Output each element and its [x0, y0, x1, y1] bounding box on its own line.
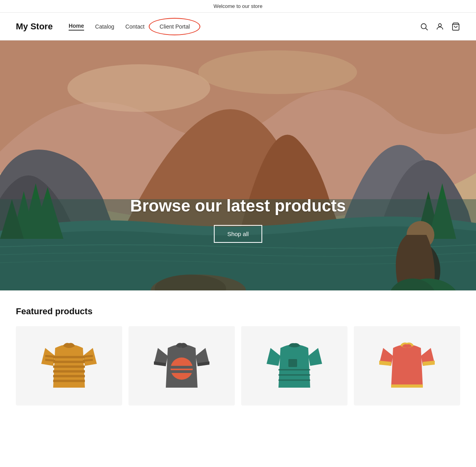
svg-line-1	[426, 28, 428, 30]
product-tshirt-3	[267, 340, 322, 392]
product-card-1[interactable]	[16, 326, 122, 406]
account-icon[interactable]	[436, 22, 444, 31]
svg-rect-33	[171, 370, 193, 373]
hero-illustration	[0, 40, 476, 290]
product-card-4[interactable]	[354, 326, 460, 406]
nav-home[interactable]: Home	[69, 23, 84, 31]
svg-rect-32	[171, 366, 193, 369]
svg-text:⊓: ⊓	[180, 346, 182, 350]
store-name: My Store	[16, 21, 53, 32]
svg-rect-21	[53, 356, 85, 358]
svg-rect-35	[288, 359, 297, 367]
svg-rect-22	[53, 361, 85, 363]
hero-section: Browse our latest products Shop all	[0, 40, 476, 290]
hero-content: Browse our latest products Shop all	[130, 196, 346, 243]
main-nav: Home Catalog Contact Client Portal	[69, 23, 420, 31]
banner-text: Welcome to our store	[213, 3, 262, 9]
search-icon[interactable]	[420, 22, 428, 31]
svg-rect-23	[53, 365, 85, 368]
hero-title: Browse our latest products	[130, 196, 346, 215]
svg-rect-39	[391, 384, 423, 388]
cart-icon[interactable]	[451, 22, 460, 31]
svg-line-27	[45, 356, 55, 357]
header: My Store Home Catalog Contact Client Por…	[0, 13, 476, 40]
svg-point-0	[421, 23, 426, 29]
product-tshirt-1	[41, 340, 97, 392]
svg-rect-26	[53, 380, 85, 382]
featured-title: Featured products	[16, 306, 460, 317]
top-banner: Welcome to our store	[0, 0, 476, 13]
svg-point-6	[67, 64, 210, 112]
svg-rect-25	[53, 375, 85, 377]
product-card-2[interactable]: ⊓	[129, 326, 235, 406]
shop-all-button[interactable]: Shop all	[214, 225, 262, 243]
nav-catalog[interactable]: Catalog	[95, 23, 114, 30]
svg-line-30	[83, 360, 93, 361]
products-grid: ⊓	[16, 326, 460, 406]
nav-client-portal[interactable]: Client Portal	[155, 22, 194, 31]
product-card-3[interactable]	[241, 326, 347, 406]
header-icons	[420, 22, 460, 31]
featured-section: Featured products	[0, 290, 476, 429]
nav-contact[interactable]: Contact	[125, 23, 144, 30]
product-tshirt-2: ⊓	[154, 340, 209, 392]
svg-rect-24	[53, 370, 85, 373]
svg-line-28	[45, 360, 55, 361]
svg-point-7	[198, 50, 357, 94]
svg-line-29	[83, 356, 93, 357]
product-tshirt-4	[379, 340, 435, 392]
svg-point-2	[438, 23, 441, 26]
nav-client-portal-wrapper: Client Portal	[155, 23, 194, 30]
